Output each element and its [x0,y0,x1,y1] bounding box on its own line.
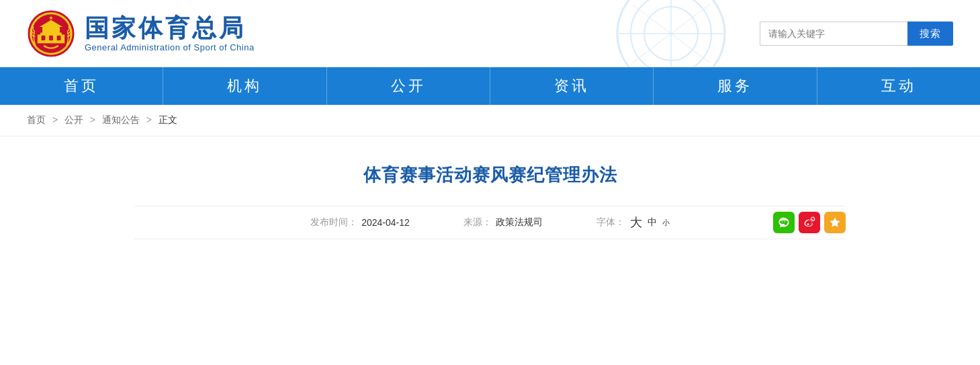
svg-point-11 [617,0,725,67]
nav-item-home[interactable]: 首页 [0,67,163,105]
breadcrumb-open[interactable]: 公开 [64,114,83,125]
svg-point-12 [631,0,711,67]
breadcrumb-sep-2: > [90,114,95,125]
svg-rect-6 [49,36,53,40]
logo-emblem [27,9,75,58]
font-size-small-btn[interactable]: 小 [662,218,670,228]
logo-area: 国家体育总局 General Administration of Sport o… [27,9,255,58]
breadcrumb: 首页 > 公开 > 通知公告 > 正文 [0,105,980,136]
font-size-large-btn[interactable]: 大 [630,214,642,231]
breadcrumb-notice[interactable]: 通知公告 [102,114,140,125]
source-label: 来源： [463,216,492,229]
search-input[interactable] [760,22,907,46]
content-area: 体育赛事活动赛风赛纪管理办法 发布时间： 2024-04-12 来源： 政策法规… [0,136,980,259]
svg-point-18 [807,224,809,225]
svg-rect-8 [42,27,60,34]
source-value: 政策法规司 [496,216,543,229]
nav-item-open[interactable]: 公开 [326,67,490,105]
nav-item-interaction[interactable]: 互动 [817,67,980,105]
meta-source: 来源： 政策法规司 [463,216,543,229]
nav-bar: 首页 机构 公开 资讯 服务 互动 [0,67,980,105]
nav-item-institutions[interactable]: 机构 [163,67,326,105]
svg-line-17 [633,5,709,63]
svg-rect-5 [42,36,46,40]
breadcrumb-home[interactable]: 首页 [27,114,46,125]
font-size-medium-btn[interactable]: 中 [648,216,657,229]
meta-font-size: 字体： 大 中 小 [596,214,670,231]
share-wechat-button[interactable] [773,212,795,233]
header: 国家体育总局 General Administration of Sport o… [0,0,980,67]
breadcrumb-current: 正文 [159,114,177,125]
share-weibo-button[interactable] [799,212,820,233]
share-icons [773,212,846,233]
publish-date-label: 发布时间： [310,216,357,229]
search-button[interactable]: 搜索 [907,22,953,46]
nav-item-news[interactable]: 资讯 [490,67,653,105]
breadcrumb-sep-1: > [52,114,58,125]
breadcrumb-sep-3: > [146,114,152,125]
nav-item-services[interactable]: 服务 [653,67,816,105]
logo-english-text: General Administration of Sport of China [85,42,255,52]
svg-point-13 [644,7,698,60]
article-meta: 发布时间： 2024-04-12 来源： 政策法规司 字体： 大 中 小 [134,206,846,239]
share-favorite-button[interactable] [824,212,846,233]
svg-rect-7 [57,36,61,40]
font-size-label: 字体： [596,216,625,229]
logo-chinese-text: 国家体育总局 [85,15,255,42]
article-title: 体育赛事活动赛风赛纪管理办法 [134,163,846,187]
search-area: 搜索 [760,22,953,46]
logo-text-area: 国家体育总局 General Administration of Sport o… [85,15,255,53]
svg-line-16 [633,5,709,63]
meta-publish-date: 发布时间： 2024-04-12 [310,216,410,229]
publish-date-value: 2024-04-12 [361,217,410,228]
